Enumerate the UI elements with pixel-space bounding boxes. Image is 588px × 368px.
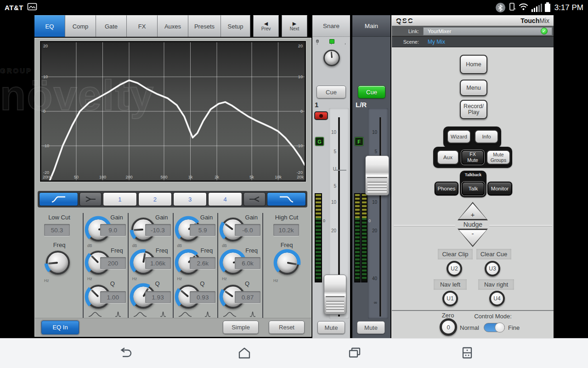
user-button-u4[interactable]: U4 <box>489 291 505 306</box>
link-mixer-field[interactable]: YourMixer ✓ <box>423 27 552 35</box>
fx-mute-button[interactable]: FX Mute <box>461 150 484 165</box>
menu-button[interactable]: Menu <box>460 80 487 96</box>
wizard-button[interactable]: Wizard <box>447 130 471 144</box>
tab-comp[interactable]: Comp <box>65 15 96 37</box>
user-button-u2[interactable]: U2 <box>447 261 462 276</box>
meter-zero-label: 0 <box>368 218 371 223</box>
bluetooth-icon <box>496 3 505 12</box>
zero-button[interactable]: 0 <box>440 318 457 336</box>
meter-green-zone <box>362 218 367 281</box>
wifi-icon <box>518 3 529 12</box>
high-cut-column: High Cut 10.2k Freq Hz <box>262 213 310 318</box>
main-lr-label: L/R <box>356 101 367 109</box>
touchmix-remote-panel: QSC TouchMix Link: YourMixer ✓ Scene: My… <box>391 15 554 338</box>
aux-button[interactable]: Aux <box>437 150 459 165</box>
main-cue-button[interactable]: Cue <box>358 86 385 98</box>
tab-fx[interactable]: FX <box>127 15 158 37</box>
eq-panel: 20Hz501002005001k2k5k10k20k2020101000-10… <box>34 38 311 337</box>
low-cut-band-button[interactable] <box>39 192 78 206</box>
channel-mute-button[interactable]: Mute <box>317 321 345 334</box>
wide-bell-icon <box>133 311 147 317</box>
main-fader-handle[interactable] <box>365 155 389 196</box>
band-3-button[interactable]: 3 <box>173 192 207 206</box>
band-4-button[interactable]: 4 <box>208 192 242 206</box>
channel-trim-knob[interactable] <box>323 50 340 66</box>
next-channel-button[interactable]: ▶ Next <box>282 15 307 37</box>
next-arrow-icon: ▶ <box>293 21 296 26</box>
minus-icon: - <box>458 230 488 237</box>
tab-snare-channel[interactable]: Snare <box>312 15 350 37</box>
band4-gain-unit: dB <box>222 243 226 248</box>
tab-setup[interactable]: Setup <box>221 15 250 37</box>
fader-scale-mark: 40 <box>369 276 377 281</box>
eq-band-3-column: Gain 5.9 dB Freq 2.6k Hz Q 0.93 <box>173 213 218 318</box>
channel-cue-button[interactable]: Cue <box>317 86 346 98</box>
link-row: Link: YourMixer ✓ <box>392 26 554 37</box>
fader-scale-mark: U <box>328 167 336 172</box>
current-scene-name[interactable]: My Mix <box>423 39 445 45</box>
clear-cue-label[interactable]: Clear Cue <box>476 249 511 259</box>
pan-position-marker <box>329 39 334 44</box>
mute-groups-button[interactable]: Mute Groups <box>486 150 510 165</box>
svg-text:0: 0 <box>300 109 303 114</box>
band4-gain-label: Gain <box>245 214 258 221</box>
high-shelf-band-button[interactable] <box>243 192 266 206</box>
band-1-button[interactable]: 1 <box>103 192 136 206</box>
band-2-button[interactable]: 2 <box>138 192 172 206</box>
eq-in-button[interactable]: EQ In <box>41 321 79 334</box>
band3-gain-label: Gain <box>200 214 213 221</box>
fader-scale-mark: 5 <box>328 184 336 189</box>
tab-presets[interactable]: Presets <box>188 15 221 37</box>
nav-left-label[interactable]: Nav left <box>434 279 467 290</box>
android-status-bar: AT&T 3:17 PM <box>0 0 588 15</box>
tab-main[interactable]: Main <box>352 15 390 37</box>
svg-text:500: 500 <box>160 175 167 179</box>
linked-mixer-name: YourMixer <box>428 29 451 34</box>
talkback-label: Talkback <box>460 172 486 177</box>
vibrate-icon <box>508 2 515 13</box>
home-button-nav[interactable] <box>236 345 253 361</box>
high-cut-band-button[interactable] <box>267 192 306 206</box>
fader-scale-mark: 10 <box>328 200 336 205</box>
wide-bell-icon <box>178 311 192 317</box>
wide-bell-icon <box>88 311 102 317</box>
channel-fader-handle[interactable] <box>324 275 346 315</box>
talk-button[interactable]: Talk <box>462 182 485 196</box>
monitor-button[interactable]: Monitor <box>487 182 512 196</box>
user-button-u1[interactable]: U1 <box>442 291 458 306</box>
tab-eq[interactable]: EQ <box>34 15 65 37</box>
dual-window-button[interactable] <box>458 345 476 361</box>
user-button-u3[interactable]: U3 <box>485 261 500 276</box>
low-cut-freq-knob[interactable] <box>46 251 70 275</box>
home-button[interactable]: Home <box>460 55 487 74</box>
back-button[interactable] <box>116 345 133 361</box>
phones-button[interactable]: Phones <box>435 182 458 196</box>
low-shelf-filter-icon <box>85 195 96 203</box>
control-mode-toggle[interactable] <box>484 323 505 332</box>
pan-slider[interactable] <box>316 40 346 45</box>
nudge-down-button[interactable]: - <box>458 229 488 247</box>
svg-text:0: 0 <box>43 109 45 114</box>
simple-button[interactable]: Simple <box>223 321 259 334</box>
low-cut-filter-icon <box>50 195 67 203</box>
record-play-button[interactable]: Record/ Play <box>460 100 487 119</box>
nav-right-label[interactable]: Nav right <box>478 279 514 290</box>
low-shelf-band-button[interactable] <box>79 192 102 206</box>
main-mute-button[interactable]: Mute <box>357 321 385 334</box>
reset-button[interactable]: Reset <box>269 321 305 334</box>
channel-strip-snare: Snare Cue 1 10 5 U 5 10 20 40 ∞ G <box>312 15 350 338</box>
fader-scale-mark: ∞ <box>369 300 377 305</box>
clear-clip-label[interactable]: Clear Clip <box>438 249 473 259</box>
channel-record-arm-button[interactable] <box>314 111 328 120</box>
fader-scale-mark: 10 <box>369 200 377 205</box>
band2-q-value: 1.93 <box>145 291 171 303</box>
svg-text:2k: 2k <box>215 175 219 179</box>
tab-auxes[interactable]: Auxes <box>158 15 188 37</box>
nudge-up-button[interactable]: + <box>458 202 488 220</box>
tab-gate[interactable]: Gate <box>96 15 127 37</box>
pan-groove <box>316 40 319 43</box>
prev-channel-button[interactable]: ◀ Prev <box>253 15 279 37</box>
high-cut-freq-knob[interactable] <box>275 251 299 275</box>
info-button[interactable]: Info <box>475 130 498 144</box>
recents-button[interactable] <box>346 345 363 361</box>
